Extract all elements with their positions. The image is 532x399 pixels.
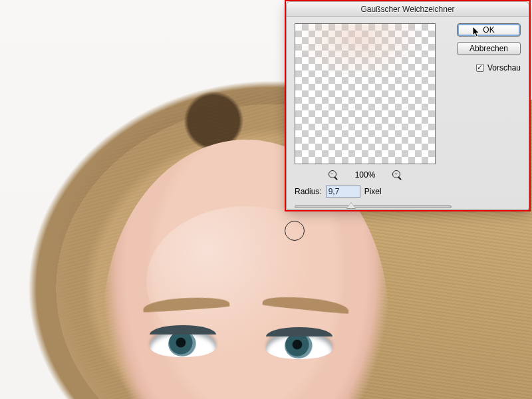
gaussian-blur-dialog: Gaußscher Weichzeichner − 100% + Radius:… bbox=[286, 1, 529, 210]
zoom-out-icon[interactable]: − bbox=[329, 170, 338, 180]
cancel-button[interactable]: Abbrechen bbox=[457, 42, 521, 55]
preview-checkbox-row: Vorschau bbox=[476, 63, 521, 72]
radius-label: Radius: bbox=[295, 187, 322, 196]
filter-preview[interactable] bbox=[295, 23, 436, 164]
preview-checkbox[interactable] bbox=[476, 64, 484, 72]
photo-eye-right bbox=[266, 331, 332, 359]
slider-thumb-icon[interactable] bbox=[346, 202, 356, 210]
zoom-percent-label: 100% bbox=[355, 170, 376, 180]
radius-unit-label: Pixel bbox=[364, 187, 382, 196]
dialog-title: Gaußscher Weichzeichner bbox=[287, 2, 529, 17]
cancel-button-label: Abbrechen bbox=[469, 44, 508, 53]
radius-input[interactable] bbox=[326, 186, 360, 198]
slider-track bbox=[295, 205, 452, 208]
brush-cursor bbox=[285, 221, 305, 241]
dialog-body: − 100% + Radius: Pixel OK bbox=[287, 17, 529, 209]
zoom-in-icon[interactable]: + bbox=[392, 170, 402, 180]
ok-button-label: OK bbox=[483, 25, 494, 35]
preview-checkbox-label: Vorschau bbox=[487, 63, 521, 72]
ok-button[interactable]: OK bbox=[457, 23, 521, 37]
photo-eye-left bbox=[150, 329, 216, 357]
document-canvas[interactable]: Gaußscher Weichzeichner − 100% + Radius:… bbox=[0, 0, 532, 399]
preview-checker-icon bbox=[295, 24, 435, 164]
radius-row: Radius: Pixel bbox=[295, 186, 382, 198]
zoom-controls: − 100% + bbox=[295, 168, 436, 182]
radius-slider[interactable] bbox=[295, 201, 452, 212]
